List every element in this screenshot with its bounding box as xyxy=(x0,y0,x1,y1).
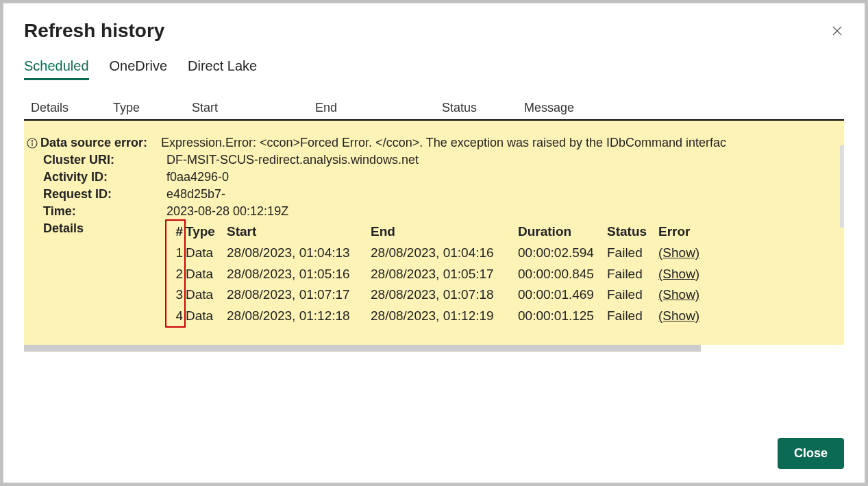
cell-start: 28/08/2023, 01:05:16 xyxy=(227,264,371,285)
col-message: Message xyxy=(524,101,844,115)
table-row: 3 Data 28/08/2023, 01:07:17 28/08/2023, … xyxy=(166,284,713,306)
cell-duration: 00:00:01.469 xyxy=(518,284,607,306)
dh-status: Status xyxy=(607,221,658,243)
dialog-footer: Close xyxy=(778,438,844,469)
cell-status: Failed xyxy=(607,264,658,285)
cell-status: Failed xyxy=(607,284,658,306)
time-label: Time: xyxy=(43,204,166,219)
cell-end: 28/08/2023, 01:12:19 xyxy=(371,306,518,327)
cell-type: Data xyxy=(186,306,227,327)
show-error-link[interactable]: (Show) xyxy=(658,306,713,327)
cell-end: 28/08/2023, 01:07:18 xyxy=(371,284,518,306)
highlight-annotation xyxy=(165,219,186,328)
svg-point-4 xyxy=(32,141,32,141)
tabs: Scheduled OneDrive Direct Lake xyxy=(24,58,844,80)
col-status: Status xyxy=(442,101,524,115)
col-end: End xyxy=(315,101,442,115)
dialog-header: Refresh history xyxy=(24,20,844,42)
cell-end: 28/08/2023, 01:05:17 xyxy=(371,264,518,285)
table-row: 1 Data 28/08/2023, 01:04:13 28/08/2023, … xyxy=(166,243,713,264)
col-type: Type xyxy=(113,101,192,115)
cell-status: Failed xyxy=(607,243,658,264)
tab-directlake[interactable]: Direct Lake xyxy=(188,58,257,80)
cell-start: 28/08/2023, 01:04:13 xyxy=(227,243,371,264)
request-id-label: Request ID: xyxy=(43,187,166,202)
cell-type: Data xyxy=(186,243,227,264)
details-label: Details xyxy=(43,221,166,236)
dh-type: Type xyxy=(186,221,227,243)
dh-start: Start xyxy=(227,221,371,243)
dh-end: End xyxy=(371,221,518,243)
horizontal-scrollbar[interactable] xyxy=(24,345,701,352)
table-row: 2 Data 28/08/2023, 01:05:16 28/08/2023, … xyxy=(166,264,713,285)
show-error-link[interactable]: (Show) xyxy=(658,284,713,306)
cell-type: Data xyxy=(186,284,227,306)
cell-duration: 00:00:00.845 xyxy=(518,264,607,285)
tab-scheduled[interactable]: Scheduled xyxy=(24,58,89,80)
data-source-error-value: Expression.Error: <ccon>Forced Error. </… xyxy=(161,136,726,150)
cluster-uri-label: Cluster URI: xyxy=(43,153,166,167)
error-details-panel: Data source error: Expression.Error: <cc… xyxy=(24,121,844,345)
data-source-error-label: Data source error: xyxy=(40,136,161,150)
show-error-link[interactable]: (Show) xyxy=(658,243,713,264)
cell-duration: 00:00:02.594 xyxy=(518,243,607,264)
time-value: 2023-08-28 00:12:19Z xyxy=(166,204,288,219)
activity-id-value: f0aa4296-0 xyxy=(166,170,229,184)
cell-status: Failed xyxy=(607,306,658,327)
cell-duration: 00:00:01.125 xyxy=(518,306,607,327)
dh-duration: Duration xyxy=(518,221,607,243)
col-details: Details xyxy=(31,101,113,115)
col-start: Start xyxy=(192,101,315,115)
request-id-value: e48d25b7- xyxy=(166,187,225,202)
cell-type: Data xyxy=(186,264,227,285)
refresh-history-dialog: Refresh history Scheduled OneDrive Direc… xyxy=(3,3,865,483)
close-icon[interactable] xyxy=(830,24,844,38)
dialog-title: Refresh history xyxy=(24,20,164,42)
activity-id-label: Activity ID: xyxy=(43,170,166,184)
cell-end: 28/08/2023, 01:04:16 xyxy=(371,243,518,264)
cell-start: 28/08/2023, 01:07:17 xyxy=(227,284,371,306)
details-header-row: # Type Start End Duration Status Error xyxy=(166,221,713,243)
details-table: # Type Start End Duration Status Error 1… xyxy=(166,221,713,327)
tab-onedrive[interactable]: OneDrive xyxy=(110,58,167,80)
cell-start: 28/08/2023, 01:12:18 xyxy=(227,306,371,327)
table-row: 4 Data 28/08/2023, 01:12:18 28/08/2023, … xyxy=(166,306,713,327)
vertical-scrollbar[interactable] xyxy=(840,145,844,228)
info-icon xyxy=(27,138,38,149)
history-column-headers: Details Type Start End Status Message xyxy=(24,101,844,115)
dh-error: Error xyxy=(658,221,713,243)
show-error-link[interactable]: (Show) xyxy=(658,264,713,285)
cluster-uri-value: DF-MSIT-SCUS-redirect.analysis.windows.n… xyxy=(166,153,419,167)
close-button[interactable]: Close xyxy=(778,438,844,469)
